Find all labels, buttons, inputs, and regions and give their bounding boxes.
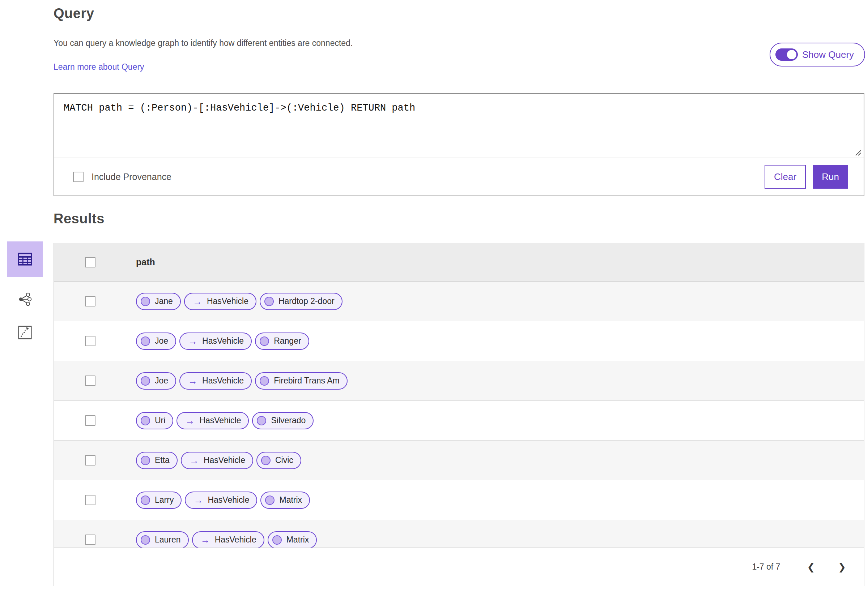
entity-pill[interactable]: Etta [136, 452, 177, 469]
link-chart-view-icon [17, 292, 32, 307]
previous-page-button[interactable]: ❮ [807, 563, 815, 572]
relationship-pill[interactable]: →HasVehicle [181, 452, 253, 469]
table-pagination: 1-7 of 7 ❮ ❯ [54, 548, 864, 586]
relationship-pill[interactable]: →HasVehicle [192, 531, 264, 548]
entity-node-icon [141, 376, 150, 386]
row-checkbox[interactable] [85, 336, 96, 346]
relationship-pill[interactable]: →HasVehicle [177, 412, 249, 429]
table-view-icon [18, 253, 32, 266]
entity-pill[interactable]: Matrix [260, 492, 310, 509]
entity-node-icon [141, 456, 150, 465]
table-row: Uri →HasVehicle Silverado [54, 401, 864, 440]
entity-pill[interactable]: Hardtop 2-door [260, 293, 342, 310]
entity-pill[interactable]: Firebird Trans Am [255, 372, 348, 390]
table-view-button[interactable] [7, 242, 43, 277]
entity-pill[interactable]: Uri [136, 412, 173, 429]
entity-node-icon [265, 495, 275, 505]
arrow-right-icon: → [188, 376, 198, 386]
arrow-right-icon: → [201, 535, 210, 545]
page-range-label: 1-7 of 7 [752, 562, 780, 572]
entity-node-icon [260, 336, 269, 346]
entity-pill[interactable]: Joe [136, 333, 176, 350]
arrow-right-icon: → [185, 416, 195, 426]
entity-node-icon [141, 495, 150, 505]
next-page-button[interactable]: ❯ [838, 563, 846, 572]
arrow-right-icon: → [193, 495, 203, 505]
page-description: You can query a knowledge graph to ident… [53, 38, 353, 48]
entity-node-icon [257, 416, 266, 426]
table-body: Jane →HasVehicle Hardtop 2-door Joe →Has… [54, 281, 864, 548]
row-checkbox[interactable] [85, 535, 96, 545]
row-checkbox[interactable] [85, 455, 96, 465]
include-provenance-label: Include Provenance [92, 172, 171, 182]
entity-node-icon [141, 297, 150, 306]
toggle-switch-icon[interactable] [775, 49, 798, 61]
entity-pill[interactable]: Civic [257, 452, 301, 469]
entity-pill[interactable]: Silverado [252, 412, 314, 429]
table-header-row: path [54, 243, 864, 281]
entity-node-icon [272, 535, 282, 545]
entity-node-icon [260, 376, 269, 386]
query-panel-footer: Include Provenance Clear Run [54, 158, 864, 196]
entity-node-icon [261, 456, 270, 465]
query-page: Query You can query a knowledge graph to… [0, 0, 868, 592]
arrow-right-icon: → [189, 456, 199, 465]
row-checkbox[interactable] [85, 415, 96, 426]
entity-node-icon [141, 416, 150, 426]
run-button[interactable]: Run [813, 165, 848, 188]
entity-node-icon [141, 336, 150, 346]
table-row: Joe →HasVehicle Ranger [54, 321, 864, 361]
clear-button[interactable]: Clear [765, 165, 806, 188]
show-query-label: Show Query [802, 49, 854, 60]
entity-pill[interactable]: Joe [136, 372, 176, 390]
map-view-button[interactable] [7, 322, 43, 343]
query-panel: MATCH path = (:Person)-[:HasVehicle]->(:… [53, 93, 864, 196]
query-actions: Clear Run [765, 165, 848, 188]
entity-pill[interactable]: Lauren [136, 531, 189, 548]
arrow-right-icon: → [188, 336, 198, 346]
relationship-pill[interactable]: →HasVehicle [185, 492, 257, 509]
table-row: Larry →HasVehicle Matrix [54, 480, 864, 520]
entity-node-icon [264, 297, 274, 306]
resize-grip-icon[interactable] [853, 148, 862, 156]
table-row: Joe →HasVehicle Firebird Trans Am [54, 361, 864, 401]
entity-pill[interactable]: Larry [136, 492, 182, 509]
entity-pill[interactable]: Matrix [268, 531, 317, 548]
row-checkbox[interactable] [85, 376, 96, 386]
arrow-right-icon: → [193, 297, 202, 306]
page-title: Query [53, 6, 94, 21]
results-title: Results [53, 211, 105, 227]
include-provenance-checkbox[interactable] [73, 172, 84, 182]
table-row: Lauren →HasVehicle Matrix [54, 520, 864, 548]
learn-more-link[interactable]: Learn more about Query [53, 62, 144, 72]
query-input[interactable]: MATCH path = (:Person)-[:HasVehicle]->(:… [54, 94, 864, 158]
relationship-pill[interactable]: →HasVehicle [179, 372, 252, 390]
entity-pill[interactable]: Jane [136, 293, 181, 310]
select-all-checkbox[interactable] [85, 257, 96, 268]
header-checkbox-cell [54, 243, 126, 281]
link-chart-view-button[interactable] [7, 289, 43, 310]
relationship-pill[interactable]: →HasVehicle [179, 333, 252, 350]
table-row: Etta →HasVehicle Civic [54, 440, 864, 480]
entity-node-icon [141, 535, 150, 545]
results-view-switcher [7, 242, 43, 343]
path-column-header: path [126, 243, 864, 281]
relationship-pill[interactable]: →HasVehicle [184, 293, 257, 310]
results-table: path Jane →HasVehicle Hardtop 2-door Joe… [53, 243, 864, 586]
include-provenance-option[interactable]: Include Provenance [73, 172, 171, 182]
show-query-toggle[interactable]: Show Query [770, 43, 865, 66]
row-checkbox[interactable] [85, 296, 96, 306]
entity-pill[interactable]: Ranger [255, 333, 309, 350]
map-view-icon [18, 325, 32, 339]
table-row: Jane →HasVehicle Hardtop 2-door [54, 281, 864, 321]
row-checkbox[interactable] [85, 495, 96, 505]
